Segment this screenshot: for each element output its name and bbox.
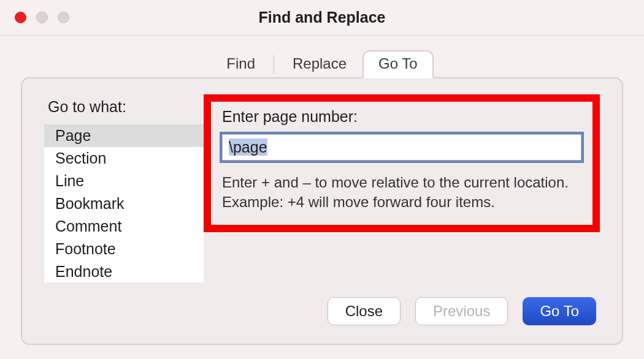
close-button[interactable]: Close — [328, 297, 401, 325]
maximize-window-button[interactable] — [58, 12, 69, 23]
dialog-content: Find Replace Go To Go to what: Page Sect… — [0, 36, 644, 359]
help-text: Enter + and – to move relative to the cu… — [222, 173, 581, 213]
window-title: Find and Replace — [0, 9, 644, 26]
tabs: Find Replace Go To — [21, 50, 623, 78]
list-item-line[interactable]: Line — [44, 170, 204, 192]
previous-button: Previous — [415, 297, 508, 325]
panel: Go to what: Page Section Line Bookmark C… — [21, 77, 623, 345]
goto-what-label: Go to what: — [48, 98, 204, 116]
tab-replace[interactable]: Replace — [277, 50, 362, 78]
page-number-label: Enter page number: — [222, 108, 581, 126]
page-number-value: \page — [229, 138, 267, 156]
highlight-box: Enter page number: \page Enter + and – t… — [204, 94, 600, 232]
list-item-comment[interactable]: Comment — [44, 215, 204, 238]
tab-goto[interactable]: Go To — [362, 50, 434, 78]
page-number-input[interactable]: \page — [222, 134, 581, 161]
panel-inner: Go to what: Page Section Line Bookmark C… — [44, 98, 600, 282]
list-item-page[interactable]: Page — [44, 124, 204, 147]
minimize-window-button[interactable] — [36, 12, 48, 23]
titlebar: Find and Replace — [0, 0, 644, 36]
tab-find[interactable]: Find — [210, 50, 271, 78]
goto-button[interactable]: Go To — [523, 297, 596, 325]
list-item-footnote[interactable]: Footnote — [44, 238, 204, 260]
tab-separator — [274, 55, 274, 74]
goto-what-column: Go to what: Page Section Line Bookmark C… — [44, 98, 204, 282]
traffic-lights — [0, 12, 69, 23]
button-row: Close Previous Go To — [44, 297, 600, 325]
goto-what-list[interactable]: Page Section Line Bookmark Comment Footn… — [44, 124, 204, 282]
list-item-endnote[interactable]: Endnote — [44, 260, 204, 282]
list-item-section[interactable]: Section — [44, 147, 204, 170]
close-window-button[interactable] — [15, 12, 26, 23]
goto-input-column: Enter page number: \page Enter + and – t… — [204, 98, 600, 282]
list-item-bookmark[interactable]: Bookmark — [44, 192, 204, 215]
